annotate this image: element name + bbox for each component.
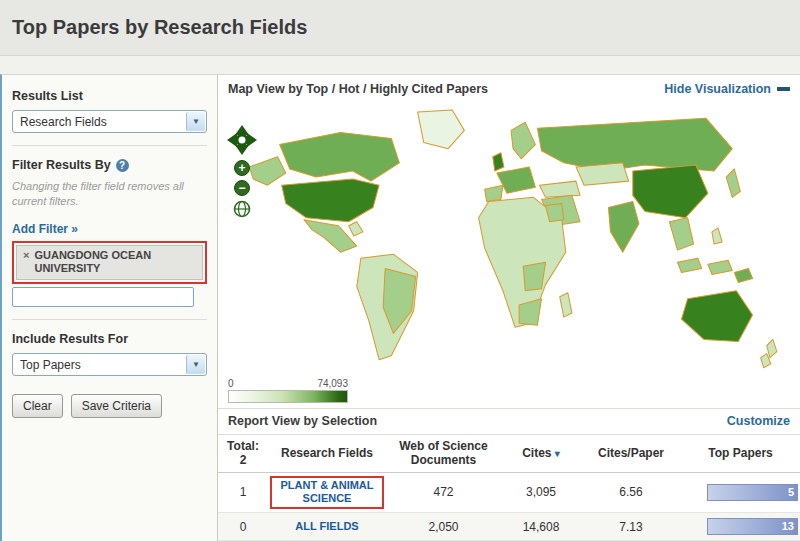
- include-results-selected-value: Top Papers: [20, 358, 81, 372]
- column-header-cites[interactable]: Cites ▾: [501, 435, 581, 472]
- pan-compass-control[interactable]: [226, 124, 258, 156]
- page-title: Top Papers by Research Fields: [12, 16, 307, 39]
- dropdown-arrow-icon: ▼: [186, 355, 205, 374]
- include-results-select[interactable]: Top Papers ▼: [12, 353, 207, 376]
- table-row: 1 PLANT & ANIMAL SCIENCE 472 3,095 6.56 …: [218, 472, 800, 513]
- active-filter-label: GUANGDONG OCEAN UNIVERSITY: [34, 249, 164, 277]
- column-header-total: Total: 2: [218, 435, 268, 472]
- legend-min-label: 0: [228, 378, 234, 389]
- results-list-label: Results List: [12, 89, 207, 103]
- report-view-title: Report View by Selection: [228, 414, 377, 428]
- column-header-research-fields[interactable]: Research Fields: [268, 435, 386, 472]
- sidebar-divider: [12, 145, 207, 146]
- region-oceania[interactable]: [677, 258, 776, 368]
- clear-button[interactable]: Clear: [12, 394, 63, 418]
- column-header-top-papers[interactable]: Top Papers: [681, 435, 800, 472]
- map-controls: + −: [226, 124, 258, 218]
- filter-highlight-annotation: × GUANGDONG OCEAN UNIVERSITY: [12, 241, 207, 285]
- world-map[interactable]: [218, 104, 800, 408]
- hide-visualization-link[interactable]: Hide Visualization: [664, 82, 790, 96]
- dropdown-arrow-icon: ▼: [186, 112, 205, 131]
- row-cites-per-paper: 6.56: [581, 472, 681, 513]
- research-field-link[interactable]: PLANT & ANIMAL SCIENCE: [276, 479, 378, 507]
- row-top-papers-cell: 5: [681, 472, 800, 513]
- top-papers-bar: 13: [707, 518, 798, 535]
- total-label: Total:: [220, 439, 266, 453]
- report-table: Total: 2 Research Fields Web of Science …: [218, 435, 800, 541]
- top-papers-value: 13: [782, 520, 794, 532]
- help-icon[interactable]: ?: [116, 159, 129, 172]
- include-results-label: Include Results For: [12, 332, 207, 346]
- filter-input[interactable]: [12, 287, 194, 307]
- save-criteria-button[interactable]: Save Criteria: [71, 394, 162, 418]
- zoom-in-button[interactable]: +: [234, 160, 250, 176]
- row-rank: 0: [218, 513, 268, 541]
- row-documents: 472: [386, 472, 501, 513]
- region-europe[interactable]: [485, 122, 536, 201]
- sidebar: Results List Research Fields ▼ Filter Re…: [0, 74, 218, 541]
- active-filter-chip: × GUANGDONG OCEAN UNIVERSITY: [16, 245, 203, 281]
- sidebar-buttons: Clear Save Criteria: [12, 394, 207, 418]
- customize-link[interactable]: Customize: [727, 414, 790, 428]
- region-africa[interactable]: [479, 197, 572, 327]
- results-list-selected-value: Research Fields: [20, 115, 107, 129]
- research-field-link[interactable]: ALL FIELDS: [295, 520, 358, 534]
- add-filter-link[interactable]: Add Filter »: [12, 222, 78, 236]
- report-header-bar: Report View by Selection Customize: [218, 408, 800, 435]
- legend-max-label: 74,093: [317, 378, 348, 389]
- globe-reset-icon[interactable]: [233, 200, 251, 218]
- region-russia-asia[interactable]: [537, 118, 740, 252]
- main-panel: Map View by Top / Hot / Highly Cited Pap…: [218, 74, 800, 541]
- legend-gradient-bar: [228, 390, 348, 403]
- minimize-icon: [777, 87, 790, 91]
- content: Results List Research Fields ▼ Filter Re…: [0, 74, 800, 541]
- filter-results-by-text: Filter Results By: [12, 158, 111, 172]
- map-view-title: Map View by Top / Hot / Highly Cited Pap…: [228, 82, 488, 96]
- map-area: + − 0 74,093: [218, 104, 800, 408]
- table-row: 0 ALL FIELDS 2,050 14,608 7.13 13: [218, 513, 800, 541]
- region-south-america[interactable]: [357, 254, 418, 360]
- app-header: Top Papers by Research Fields: [0, 0, 800, 56]
- column-header-documents[interactable]: Web of Science Documents: [386, 435, 501, 472]
- filter-note: Changing the filter field removes all cu…: [12, 179, 207, 209]
- row-field-cell: PLANT & ANIMAL SCIENCE: [268, 472, 386, 513]
- remove-filter-icon[interactable]: ×: [23, 249, 29, 262]
- row-cites-per-paper: 7.13: [581, 513, 681, 541]
- hide-visualization-text: Hide Visualization: [664, 82, 771, 96]
- row-cites: 3,095: [501, 472, 581, 513]
- sidebar-divider: [12, 319, 207, 320]
- sort-desc-icon: ▾: [555, 448, 560, 459]
- map-header-bar: Map View by Top / Hot / Highly Cited Pap…: [218, 75, 800, 104]
- total-count: 2: [220, 453, 266, 467]
- row-documents: 2,050: [386, 513, 501, 541]
- results-list-select[interactable]: Research Fields ▼: [12, 110, 207, 133]
- cites-header-text: Cites: [522, 446, 551, 460]
- table-header-row: Total: 2 Research Fields Web of Science …: [218, 435, 800, 472]
- top-papers-bar: 5: [707, 484, 798, 501]
- row-cites: 14,608: [501, 513, 581, 541]
- top-papers-value: 5: [788, 486, 794, 498]
- field-highlight-annotation: PLANT & ANIMAL SCIENCE: [270, 476, 384, 510]
- row-rank: 1: [218, 472, 268, 513]
- column-header-cites-per-paper[interactable]: Cites/Paper: [581, 435, 681, 472]
- filter-results-by-label: Filter Results By ?: [12, 158, 207, 172]
- region-north-america[interactable]: [249, 110, 464, 252]
- map-legend: 0 74,093: [228, 378, 348, 403]
- row-top-papers-cell: 13: [681, 513, 800, 541]
- zoom-out-button[interactable]: −: [234, 180, 250, 196]
- row-field-cell: ALL FIELDS: [268, 513, 386, 541]
